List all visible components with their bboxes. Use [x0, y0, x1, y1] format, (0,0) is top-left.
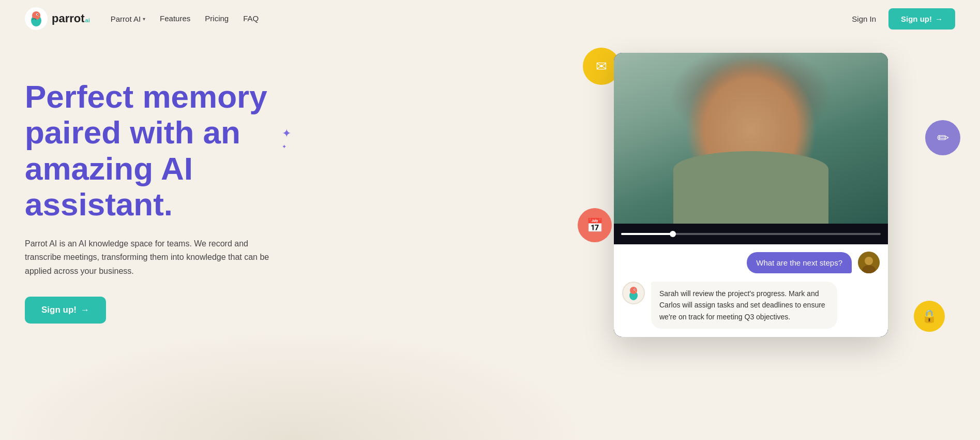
sign-in-link[interactable]: Sign In — [852, 14, 876, 23]
nav-item-features[interactable]: Features — [160, 14, 190, 23]
navbar: parrotai Parrot AI ▾ Features Pricing FA… — [0, 0, 980, 37]
video-frame — [614, 53, 888, 224]
bubble-lock: 🔒 — [914, 301, 945, 332]
bubble-edit: ✏ — [925, 120, 960, 155]
person-shirt — [673, 151, 828, 224]
video-controls[interactable] — [614, 224, 888, 244]
hero-title: Perfect memory paired with an amazing AI… — [25, 79, 335, 223]
video-card: What are the next steps? — [614, 53, 888, 337]
svg-point-12 — [635, 289, 636, 290]
email-icon: ✉ — [596, 58, 607, 75]
progress-fill — [621, 233, 673, 235]
user-avatar — [858, 252, 880, 273]
hero-left: Perfect memory paired with an amazing AI… — [25, 58, 335, 324]
nav-item-pricing[interactable]: Pricing — [205, 14, 229, 23]
nav-links: Parrot AI ▾ Features Pricing FAQ — [111, 14, 259, 23]
navbar-right: Sign In Sign up! → — [852, 8, 955, 30]
hero-subtitle: Parrot AI is an AI knowledge space for t… — [25, 237, 273, 278]
svg-point-6 — [865, 257, 873, 265]
chat-query-bubble: What are the next steps? — [747, 252, 852, 273]
calendar-icon: 📅 — [586, 217, 603, 233]
cta-arrow-icon: → — [81, 305, 89, 315]
logo-icon — [25, 7, 48, 30]
nav-item-faq[interactable]: FAQ — [243, 14, 259, 23]
logo-text: parrotai — [52, 12, 90, 25]
svg-point-10 — [630, 287, 637, 294]
chevron-down-icon: ▾ — [143, 16, 145, 22]
chat-query-row: What are the next steps? — [614, 244, 888, 277]
chat-response-row: Sarah will review the project's progress… — [614, 277, 888, 337]
pencil-icon: ✏ — [937, 129, 949, 146]
hero-cta-button[interactable]: Sign up! → — [25, 297, 106, 324]
signup-button[interactable]: Sign up! → — [888, 8, 955, 30]
bubble-calendar: 📅 — [578, 208, 612, 242]
parrot-avatar — [622, 282, 645, 304]
logo[interactable]: parrotai — [25, 7, 90, 30]
chat-panel: What are the next steps? — [614, 244, 888, 337]
nav-item-parrot-ai[interactable]: Parrot AI ▾ — [111, 14, 145, 23]
hero-right: ✉ What are the next steps? — [583, 53, 955, 337]
progress-dot — [670, 231, 676, 237]
hero-section: Perfect memory paired with an amazing AI… — [0, 37, 980, 440]
chat-response-text: Sarah will review the project's progress… — [651, 282, 837, 329]
progress-track[interactable] — [621, 233, 881, 235]
svg-point-4 — [37, 14, 38, 15]
arrow-icon: → — [935, 14, 943, 23]
navbar-left: parrotai Parrot AI ▾ Features Pricing FA… — [25, 7, 259, 30]
lock-icon: 🔒 — [922, 309, 937, 324]
